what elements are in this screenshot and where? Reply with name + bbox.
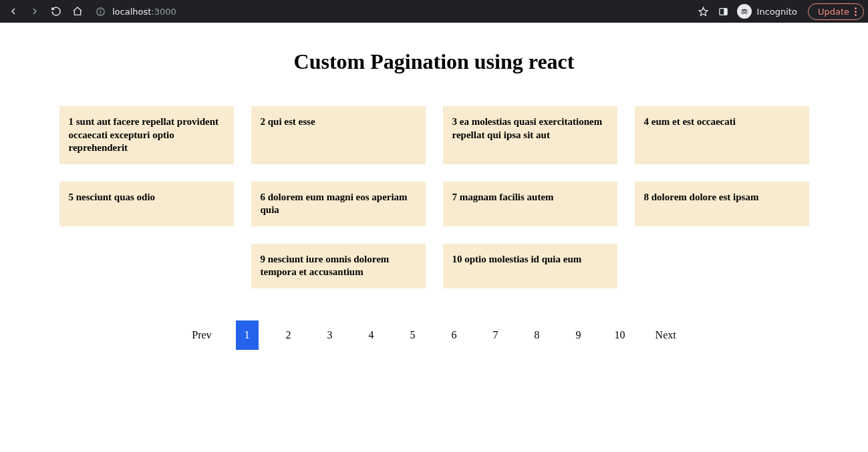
incognito-icon: [737, 4, 752, 19]
incognito-indicator: Incognito: [737, 4, 797, 19]
pagination-page[interactable]: 1: [236, 320, 259, 350]
card: 5 nesciunt quas odio: [59, 182, 234, 226]
home-button[interactable]: [68, 2, 87, 21]
bookmark-icon[interactable]: [697, 5, 710, 18]
forward-button[interactable]: [25, 2, 44, 21]
browser-chrome: localhost:3000 Incognito Update: [0, 0, 868, 23]
page-title: Custom Pagination using react: [0, 49, 868, 74]
site-info-icon[interactable]: [94, 5, 107, 18]
svg-point-2: [100, 9, 101, 10]
back-button[interactable]: [4, 2, 23, 21]
pagination-page[interactable]: 5: [402, 320, 424, 350]
card: 9 nesciunt iure omnis dolorem tempora et…: [251, 244, 426, 288]
update-button[interactable]: Update: [808, 3, 864, 20]
more-icon: [855, 7, 857, 16]
pagination-page[interactable]: 3: [319, 320, 341, 350]
pagination-page[interactable]: 10: [609, 320, 631, 350]
card: 6 dolorem eum magni eos aperiam quia: [251, 182, 426, 226]
pagination-next[interactable]: Next: [650, 320, 682, 350]
card: 10 optio molestias id quia eum: [443, 244, 617, 288]
card: 2 qui est esse: [251, 106, 426, 164]
reload-button[interactable]: [47, 2, 65, 21]
card: 7 magnam facilis autem: [443, 182, 617, 226]
url-host: localhost: [112, 7, 151, 17]
pagination-page[interactable]: 2: [277, 320, 300, 350]
card: 1 sunt aut facere repellat provident occ…: [59, 106, 234, 164]
pagination-page[interactable]: 9: [567, 320, 590, 350]
pagination-wrap: Prev 12345678910Next: [0, 320, 868, 350]
pagination-page[interactable]: 7: [484, 320, 507, 350]
pagination-page[interactable]: 4: [360, 320, 383, 350]
card: 8 dolorem dolore est ipsam: [635, 182, 809, 226]
pagination: Prev 12345678910Next: [186, 320, 681, 350]
incognito-label: Incognito: [757, 7, 797, 17]
update-label: Update: [818, 7, 849, 17]
panel-icon[interactable]: [717, 5, 730, 18]
svg-point-6: [744, 11, 747, 14]
pagination-page[interactable]: 6: [443, 320, 466, 350]
pagination-prev[interactable]: Prev: [186, 320, 216, 350]
card: 4 eum et est occaecati: [635, 106, 809, 164]
url-port: :3000: [151, 7, 176, 17]
card: 3 ea molestias quasi exercitationem repe…: [443, 106, 617, 164]
page-content: Custom Pagination using react 1 sunt aut…: [0, 23, 868, 350]
address-bar[interactable]: localhost:3000: [94, 5, 176, 18]
pagination-page[interactable]: 8: [526, 320, 549, 350]
svg-point-5: [741, 11, 744, 14]
svg-rect-4: [724, 8, 727, 15]
card-grid: 1 sunt aut facere repellat provident occ…: [40, 106, 829, 288]
